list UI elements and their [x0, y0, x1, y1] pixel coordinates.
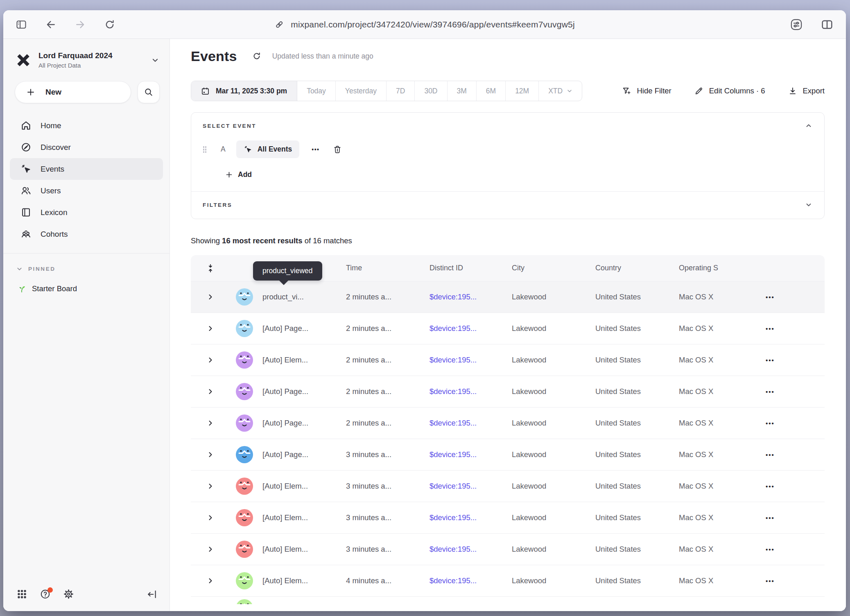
hide-filter-button[interactable]: Hide Filter — [622, 86, 671, 95]
add-event-label: Add — [238, 170, 252, 179]
cell-distinct-id-link[interactable]: $device:195... — [430, 450, 512, 459]
row-menu-icon[interactable]: ••• — [766, 546, 825, 553]
sidebar-item-home[interactable]: Home — [10, 115, 163, 136]
pinned-section-header[interactable]: PINNED — [16, 266, 170, 272]
cell-os: Mac OS X — [679, 545, 748, 554]
home-icon — [20, 120, 32, 131]
back-icon[interactable] — [45, 19, 57, 30]
row-menu-icon[interactable]: ••• — [766, 294, 825, 301]
export-button[interactable]: Export — [788, 86, 825, 95]
sidebar-item-events[interactable]: Events — [10, 158, 163, 180]
cell-distinct-id-link[interactable]: $device:195... — [430, 513, 512, 522]
event-avatar — [236, 446, 253, 463]
cell-os: Mac OS X — [679, 419, 748, 428]
apps-grid-icon[interactable] — [16, 589, 27, 600]
expand-row-icon[interactable] — [207, 357, 214, 363]
row-menu-icon[interactable]: ••• — [766, 578, 825, 584]
sidebar: Lord Farquaad 2024 All Project Data New — [3, 39, 170, 611]
avatar — [236, 599, 253, 604]
help-icon[interactable] — [40, 589, 51, 600]
project-subtitle: All Project Data — [38, 62, 113, 69]
event-selector-chip[interactable]: All Events — [236, 140, 300, 158]
edit-columns-label: Edit Columns · 6 — [709, 86, 765, 95]
step-letter: A — [221, 145, 226, 154]
row-menu-icon[interactable]: ••• — [766, 483, 825, 490]
table-row: [Auto] Page... 3 minutes a... $device:19… — [191, 439, 825, 470]
sidebar-item-label: Users — [41, 186, 61, 195]
sidebar-item-cohorts[interactable]: Cohorts — [10, 223, 163, 245]
range-30d[interactable]: 30D — [414, 81, 447, 101]
project-switcher[interactable]: Lord Farquaad 2024 All Project Data — [3, 39, 170, 71]
filters-title: FILTERS — [203, 202, 232, 208]
sidebar-item-users[interactable]: Users — [10, 180, 163, 202]
row-menu-icon[interactable]: ••• — [766, 451, 825, 458]
expand-row-icon[interactable] — [207, 546, 214, 553]
range-today[interactable]: Today — [297, 81, 335, 101]
event-avatar — [236, 351, 253, 369]
chevron-down-icon — [567, 88, 572, 94]
event-chip-label: All Events — [258, 145, 292, 154]
row-menu-icon[interactable]: ••• — [766, 325, 825, 332]
expand-row-icon[interactable] — [207, 451, 214, 458]
forward-icon[interactable] — [75, 19, 86, 30]
expand-row-icon[interactable] — [207, 325, 214, 332]
row-menu-icon[interactable]: ••• — [766, 514, 825, 521]
cell-distinct-id-link[interactable]: $device:195... — [430, 387, 512, 396]
row-menu-icon[interactable]: ••• — [766, 357, 825, 364]
sidebar-divider — [3, 253, 170, 254]
cell-distinct-id-link[interactable]: $device:195... — [430, 292, 512, 301]
expand-row-icon[interactable] — [207, 294, 214, 300]
row-menu-icon[interactable]: ••• — [766, 388, 825, 395]
edit-columns-button[interactable]: Edit Columns · 6 — [694, 86, 765, 95]
drag-handle[interactable] — [203, 146, 207, 153]
range-xtd[interactable]: XTD — [538, 81, 582, 101]
range-6m[interactable]: 6M — [476, 81, 505, 101]
cell-distinct-id-link[interactable]: $device:195... — [430, 419, 512, 428]
filter-icon — [622, 86, 631, 95]
split-view-icon[interactable] — [821, 18, 834, 31]
gear-icon[interactable] — [63, 589, 74, 600]
collapse-all-rows-icon[interactable] — [206, 264, 215, 273]
range-12m[interactable]: 12M — [505, 81, 538, 101]
pinned-item-starter-board[interactable]: Starter Board — [17, 284, 170, 293]
events-cursor-icon — [244, 145, 252, 154]
date-picker-button[interactable]: Mar 11, 2025 3:30 pm — [191, 81, 297, 101]
table-row: [Auto] Elem... 4 minutes a... $device:19… — [191, 565, 825, 596]
calendar-icon — [201, 87, 210, 95]
row-menu-icon[interactable]: ••• — [766, 420, 825, 427]
cell-event-name: [Auto] Page... — [262, 450, 346, 459]
cell-distinct-id-link[interactable]: $device:195... — [430, 576, 512, 585]
table-row-partial — [191, 596, 825, 604]
expand-row-icon[interactable] — [207, 514, 214, 521]
refresh-icon[interactable] — [252, 51, 262, 61]
range-yesterday[interactable]: Yesterday — [335, 81, 386, 101]
cell-time: 2 minutes a... — [346, 324, 430, 333]
expand-row-icon[interactable] — [207, 420, 214, 426]
chevron-up-icon[interactable] — [805, 122, 812, 129]
sidebar-toggle-icon[interactable] — [16, 19, 27, 30]
range-3m[interactable]: 3M — [447, 81, 476, 101]
add-event-button[interactable]: Add — [226, 170, 812, 179]
cell-distinct-id-link[interactable]: $device:195... — [430, 324, 512, 333]
reload-icon[interactable] — [104, 19, 115, 30]
collapse-sidebar-icon[interactable] — [147, 589, 157, 600]
range-7d[interactable]: 7D — [386, 81, 414, 101]
page-settings-icon[interactable] — [789, 18, 803, 32]
cell-distinct-id-link[interactable]: $device:195... — [430, 482, 512, 491]
chevron-down-icon[interactable] — [805, 202, 812, 208]
sidebar-item-discover[interactable]: Discover — [10, 136, 163, 158]
expand-row-icon[interactable] — [207, 388, 214, 395]
cell-distinct-id-link[interactable]: $device:195... — [430, 545, 512, 554]
address-bar[interactable]: mixpanel.com/project/3472420/view/397469… — [274, 20, 575, 29]
new-button[interactable]: New — [15, 81, 131, 103]
cell-distinct-id-link[interactable]: $device:195... — [430, 356, 512, 365]
compass-icon — [20, 142, 32, 153]
expand-row-icon[interactable] — [207, 578, 214, 584]
trash-icon[interactable] — [333, 145, 342, 154]
search-button[interactable] — [138, 81, 160, 103]
more-options-icon[interactable]: ••• — [312, 146, 319, 153]
notification-dot — [47, 587, 53, 593]
sidebar-item-lexicon[interactable]: Lexicon — [10, 202, 163, 223]
select-event-section: SELECT EVENT A All Events ••• — [191, 113, 824, 191]
expand-row-icon[interactable] — [207, 483, 214, 489]
